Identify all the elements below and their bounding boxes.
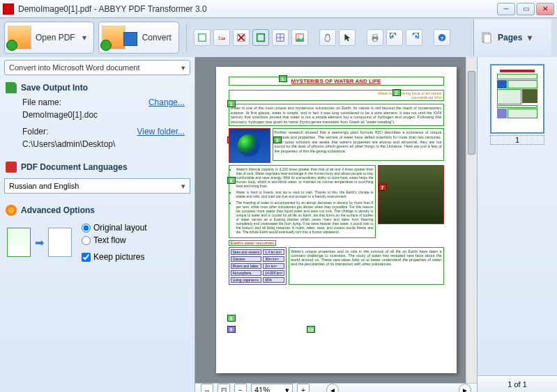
- redo-button[interactable]: [406, 29, 422, 46]
- convert-button[interactable]: Convert: [98, 22, 179, 54]
- page-thumbnail[interactable]: [490, 64, 544, 134]
- region-marker[interactable]: 8: [227, 315, 236, 322]
- minimize-button[interactable]: ─: [497, 3, 515, 15]
- filename-label: File name:: [22, 97, 61, 107]
- options-panel: Convert into Microsoft Word document Sav…: [0, 57, 195, 392]
- hand-tool-button[interactable]: [319, 29, 336, 46]
- region-marker[interactable]: 1: [279, 75, 287, 82]
- delete-region-button[interactable]: [233, 29, 250, 46]
- doc-image-earth: [229, 128, 270, 163]
- doc-image-waterfall: [378, 165, 444, 224]
- change-filename-link[interactable]: Change...: [148, 97, 185, 107]
- svg-rect-11: [373, 35, 376, 38]
- zoom-in-button[interactable]: +: [297, 384, 310, 392]
- layout-preview: ➡: [7, 228, 72, 257]
- undo-button[interactable]: [386, 29, 403, 46]
- region-marker[interactable]: 7: [379, 184, 387, 191]
- dropdown-icon: ▾: [82, 33, 86, 42]
- open-pdf-button[interactable]: Open PDF ▾: [4, 22, 94, 54]
- gear-icon: [6, 205, 17, 216]
- page-counter: 1 of 1: [478, 375, 557, 392]
- zoom-combo[interactable]: 41%▾: [251, 384, 293, 392]
- original-layout-radio[interactable]: Original layout: [82, 223, 147, 233]
- prev-page-button[interactable]: ◄: [326, 384, 339, 392]
- svg-rect-16: [484, 34, 491, 43]
- pages-panel: 1 1 of 1: [477, 57, 557, 392]
- filename-value: DemoImage0[1].doc: [22, 110, 98, 120]
- keep-pictures-checkbox[interactable]: Keep pictures: [82, 252, 147, 262]
- region-marker[interactable]: 10: [307, 326, 315, 333]
- convert-icon: [102, 26, 125, 49]
- vertical-scrollbar[interactable]: [466, 57, 477, 383]
- save-output-heading: Save Output Into: [0, 78, 194, 96]
- fit-width-button[interactable]: ↔: [201, 384, 213, 392]
- view-folder-link[interactable]: View folder...: [137, 127, 185, 136]
- help-button[interactable]: ?: [434, 29, 450, 46]
- thumbnail-number: 1: [490, 135, 544, 145]
- status-bar: ↔ ⊡ − 41%▾ + ◄ ►: [195, 383, 477, 392]
- close-button[interactable]: ✕: [536, 3, 554, 15]
- zoom-out-button[interactable]: −: [234, 384, 247, 392]
- text-flow-radio[interactable]: Text flow: [82, 235, 147, 245]
- pdf-lang-icon: [6, 162, 17, 173]
- svg-point-9: [298, 36, 300, 38]
- doc-table: Seas and oceans1.4 bn km³ Glaciers30m km…: [229, 247, 287, 285]
- folder-label: Folder:: [22, 127, 48, 136]
- folder-value: C:\Users\admin\Desktop\: [22, 139, 115, 149]
- pages-heading[interactable]: Pages ▾: [473, 19, 551, 56]
- language-combo[interactable]: Russian and English: [4, 178, 190, 194]
- document-scroll[interactable]: 1 MYSTERIES OF WATER AND LIFE 2 Water is…: [195, 57, 477, 383]
- pages-icon: [481, 32, 492, 43]
- region-marker[interactable]: 3: [227, 100, 236, 107]
- region-marker[interactable]: 6: [227, 177, 236, 184]
- fit-page-button[interactable]: ⊡: [218, 384, 230, 392]
- image-region-button[interactable]: [291, 29, 308, 46]
- svg-text:?: ?: [440, 36, 443, 42]
- document-view: 1 MYSTERIES OF WATER AND LIFE 2 Water is…: [195, 57, 477, 392]
- table-region-button[interactable]: [272, 29, 289, 46]
- doc-title: MYSTERIES OF WATER AND LIFE: [229, 77, 444, 86]
- advanced-heading: Advanced Options: [0, 201, 194, 219]
- region-marker[interactable]: 5: [273, 136, 282, 143]
- save-icon: [6, 82, 17, 93]
- order-tool-button[interactable]: 1₂₃: [213, 29, 230, 46]
- svg-rect-0: [198, 34, 206, 42]
- svg-rect-12: [373, 39, 376, 42]
- convert-format-combo[interactable]: Convert into Microsoft Word document: [4, 60, 190, 75]
- svg-rect-4: [257, 34, 264, 42]
- arrow-icon: ➡: [35, 236, 44, 249]
- app-icon: [3, 3, 14, 15]
- pointer-tool-button[interactable]: [339, 29, 356, 46]
- title-bar: DemoImage0[1].pdf - ABBYY PDF Transforme…: [0, 0, 557, 18]
- open-pdf-icon: [8, 26, 31, 49]
- region-marker[interactable]: 2: [392, 89, 401, 96]
- next-page-button[interactable]: ►: [459, 384, 471, 392]
- text-region-button[interactable]: [252, 29, 269, 46]
- region-marker[interactable]: 9: [227, 326, 236, 333]
- page-content: 1 MYSTERIES OF WATER AND LIFE 2 Water is…: [216, 67, 457, 373]
- languages-heading: PDF Document Languages: [0, 157, 194, 175]
- print-button[interactable]: [367, 29, 383, 46]
- window-title: DemoImage0[1].pdf - ABBYY PDF Transforme…: [18, 4, 497, 14]
- region-tool-button[interactable]: [194, 29, 211, 46]
- maximize-button[interactable]: ▭: [517, 3, 535, 15]
